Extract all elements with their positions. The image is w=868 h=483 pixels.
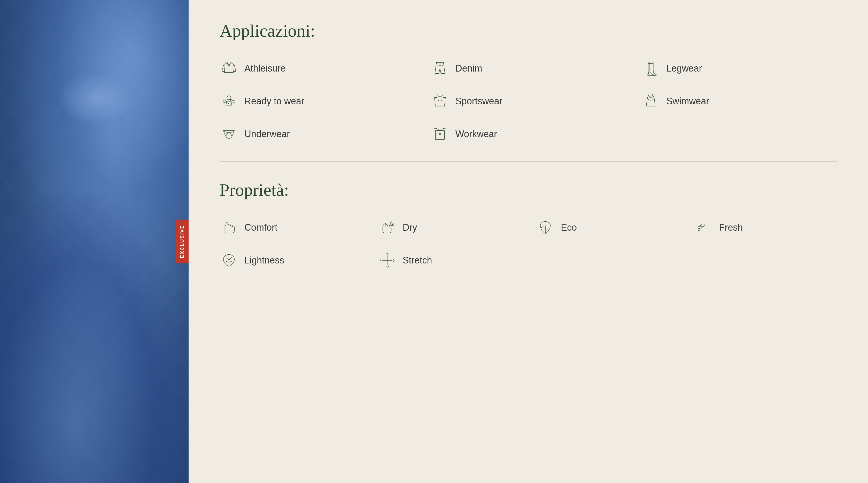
left-panel: EXCLUSIVE xyxy=(0,0,189,483)
fresh-icon xyxy=(694,218,713,237)
denim-icon xyxy=(431,59,449,78)
list-item: Athleisure xyxy=(220,59,415,78)
underwear-icon xyxy=(220,125,238,143)
athleisure-icon xyxy=(220,59,238,78)
underwear-label: Underwear xyxy=(244,129,290,139)
right-panel: Applicazioni: Athleisure xyxy=(189,0,868,483)
list-item: Dry xyxy=(378,218,521,237)
sportswear-label: Sportswear xyxy=(456,96,502,107)
fabric-image xyxy=(0,0,189,483)
list-item: Swimwear xyxy=(642,92,837,110)
swimwear-label: Swimwear xyxy=(666,96,709,107)
dry-icon xyxy=(378,218,397,237)
comfort-label: Comfort xyxy=(244,222,277,233)
lightness-label: Lightness xyxy=(244,255,284,266)
list-item: Denim xyxy=(431,59,626,78)
ready-to-wear-label: Ready to wear xyxy=(244,96,304,107)
athleisure-label: Athleisure xyxy=(244,63,286,74)
proprieta-grid: Comfort Dry xyxy=(220,218,837,270)
fresh-label: Fresh xyxy=(719,222,743,233)
exclusive-badge: EXCLUSIVE xyxy=(176,220,189,263)
applicazioni-grid: Athleisure Denim xyxy=(220,59,837,143)
workwear-icon xyxy=(431,125,449,143)
eco-label: Eco xyxy=(561,222,577,233)
list-item: Lightness xyxy=(220,251,363,270)
applicazioni-title: Applicazioni: xyxy=(220,21,837,41)
list-item: Sportswear xyxy=(431,92,626,110)
sportswear-icon xyxy=(431,92,449,110)
legwear-label: Legwear xyxy=(666,63,702,74)
ready-to-wear-icon xyxy=(220,92,238,110)
denim-label: Denim xyxy=(456,63,482,74)
swimwear-icon xyxy=(642,92,660,110)
eco-icon xyxy=(536,218,555,237)
svg-rect-5 xyxy=(437,133,439,135)
list-item: Eco xyxy=(536,218,679,237)
proprieta-section: Proprietà: Comfort xyxy=(220,162,837,270)
legwear-icon xyxy=(642,59,660,78)
list-item: Legwear xyxy=(642,59,837,78)
list-item: Comfort xyxy=(220,218,363,237)
applicazioni-section: Applicazioni: Athleisure xyxy=(220,21,837,162)
svg-rect-6 xyxy=(440,133,443,135)
list-item: Workwear xyxy=(431,125,626,143)
comfort-icon xyxy=(220,218,238,237)
stretch-icon xyxy=(378,251,397,270)
lightness-icon xyxy=(220,251,238,270)
dry-label: Dry xyxy=(403,222,417,233)
list-item: Ready to wear xyxy=(220,92,415,110)
workwear-label: Workwear xyxy=(456,129,497,139)
list-item: Stretch xyxy=(378,251,521,270)
list-item: Fresh xyxy=(694,218,837,237)
list-item: Underwear xyxy=(220,125,415,143)
svg-point-2 xyxy=(227,96,231,100)
proprieta-title: Proprietà: xyxy=(220,180,837,200)
stretch-label: Stretch xyxy=(403,255,432,266)
